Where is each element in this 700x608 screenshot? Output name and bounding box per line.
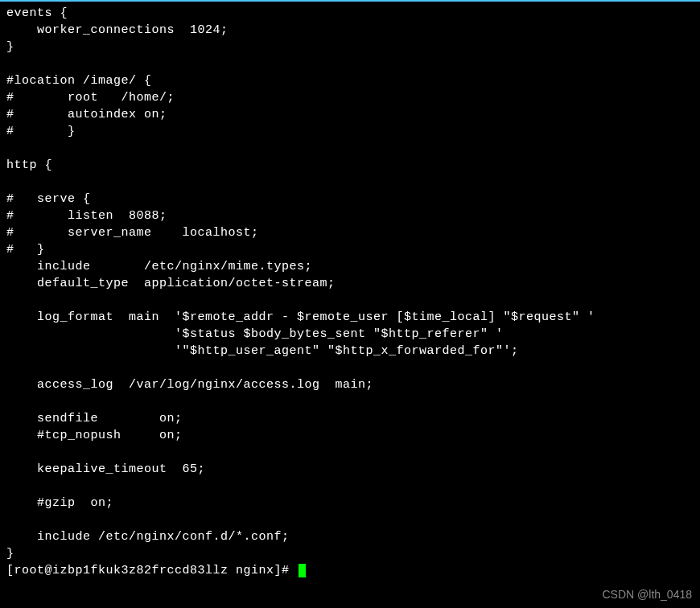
config-line: #gzip on; — [6, 496, 113, 510]
config-line: # listen 8088; — [6, 209, 167, 223]
config-line: #tcp_nopush on; — [6, 429, 183, 442]
config-line: #location /image/ { — [6, 74, 152, 88]
config-line: include /etc/nginx/mime.types; — [6, 260, 312, 273]
config-line: http { — [6, 158, 52, 172]
config-line: '"$http_user_agent" "$http_x_forwarded_f… — [6, 344, 519, 358]
config-line: access_log /var/log/nginx/access.log mai… — [6, 378, 373, 392]
config-line: '$status $body_bytes_sent "$http_referer… — [6, 327, 504, 341]
config-line: sendfile on; — [6, 412, 183, 425]
terminal-output: events { worker_connections 1024; } #loc… — [6, 5, 694, 579]
config-line: } — [6, 40, 14, 54]
cursor-icon — [299, 564, 306, 577]
config-line: # root /home/; — [6, 91, 175, 105]
shell-prompt: [root@izbp1fkuk3z82frccd83llz nginx]# — [6, 562, 297, 579]
shell-prompt-line[interactable]: [root@izbp1fkuk3z82frccd83llz nginx]# — [6, 562, 694, 579]
config-line: default_type application/octet-stream; — [6, 277, 336, 290]
config-line: include /etc/nginx/conf.d/*.conf; — [6, 530, 290, 544]
config-line: log_format main '$remote_addr - $remote_… — [6, 310, 595, 324]
config-line: # server_name localhost; — [6, 226, 259, 240]
config-line: # } — [6, 243, 45, 257]
config-line: keepalive_timeout 65; — [6, 462, 205, 476]
config-line: events { — [6, 6, 68, 20]
config-line: worker_connections 1024; — [6, 23, 229, 37]
config-line: # autoindex on; — [6, 108, 167, 121]
config-line: } — [6, 547, 14, 561]
config-line: # } — [6, 125, 76, 138]
watermark-text: CSDN @lth_0418 — [603, 587, 693, 603]
config-line: # serve { — [6, 192, 91, 206]
